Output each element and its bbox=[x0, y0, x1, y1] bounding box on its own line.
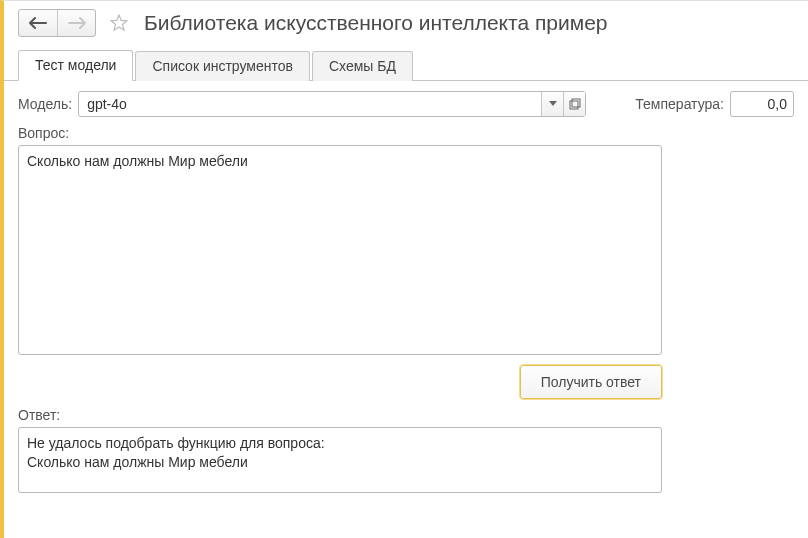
action-row: Получить ответ bbox=[18, 365, 662, 399]
temperature-label: Температура: bbox=[635, 96, 724, 112]
model-label: Модель: bbox=[18, 96, 72, 112]
question-text: Сколько нам должны Мир мебели bbox=[27, 153, 248, 169]
back-button[interactable] bbox=[19, 10, 57, 36]
model-value: gpt-4o bbox=[79, 92, 541, 116]
model-dropdown-button[interactable] bbox=[541, 92, 563, 116]
answer-text: Не удалось подобрать функцию для вопроса… bbox=[27, 435, 325, 470]
nav-buttons bbox=[18, 9, 96, 37]
model-row: Модель: gpt-4o Температура: 0,0 bbox=[18, 91, 794, 117]
question-label: Вопрос: bbox=[18, 125, 794, 141]
answer-textarea[interactable]: Не удалось подобрать функцию для вопроса… bbox=[18, 427, 662, 493]
tabs: Тест модели Список инструментов Схемы БД bbox=[4, 49, 808, 81]
arrow-left-icon bbox=[29, 17, 47, 29]
tab-tools-list[interactable]: Список инструментов bbox=[135, 51, 310, 81]
forward-button[interactable] bbox=[57, 10, 95, 36]
question-textarea[interactable]: Сколько нам должны Мир мебели bbox=[18, 145, 662, 355]
temperature-value: 0,0 bbox=[768, 96, 787, 112]
chevron-down-icon bbox=[549, 101, 557, 107]
answer-label: Ответ: bbox=[18, 407, 794, 423]
tab-test-model[interactable]: Тест модели bbox=[18, 50, 133, 81]
favorite-toggle[interactable] bbox=[108, 12, 130, 34]
arrow-right-icon bbox=[68, 17, 86, 29]
tab-db-schemas[interactable]: Схемы БД bbox=[312, 51, 413, 81]
titlebar: Библиотека искусственного интеллекта при… bbox=[4, 1, 808, 43]
form-area: Модель: gpt-4o Температура: 0,0 bbox=[4, 81, 808, 493]
get-answer-button[interactable]: Получить ответ bbox=[520, 365, 662, 399]
star-icon bbox=[109, 13, 129, 33]
app-window: Библиотека искусственного интеллекта при… bbox=[0, 0, 808, 538]
svg-rect-0 bbox=[570, 101, 578, 109]
model-select[interactable]: gpt-4o bbox=[78, 91, 586, 117]
model-open-button[interactable] bbox=[563, 92, 585, 116]
svg-rect-1 bbox=[572, 99, 580, 107]
temperature-input[interactable]: 0,0 bbox=[730, 91, 794, 117]
open-external-icon bbox=[569, 98, 581, 110]
page-title: Библиотека искусственного интеллекта при… bbox=[144, 11, 608, 35]
